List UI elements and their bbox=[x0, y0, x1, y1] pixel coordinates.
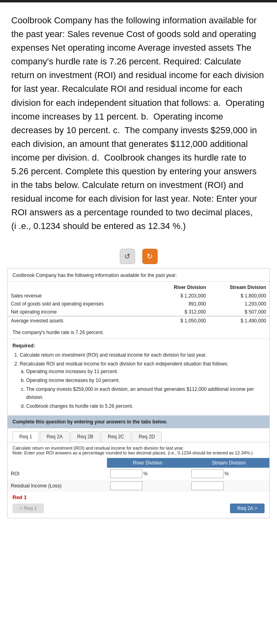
complete-bar-text: Complete this question by entering your … bbox=[12, 419, 167, 425]
table-row: Sales revenue $ 1,203,000 $ 1,800,000 bbox=[8, 292, 269, 300]
main-card: Coolbrook Company has the following info… bbox=[7, 268, 270, 519]
undo-button[interactable]: ↺ bbox=[120, 249, 135, 264]
red-label: Red 1 bbox=[8, 492, 269, 500]
req-sub-a: Operating income increases by 11 percent… bbox=[26, 368, 265, 376]
tab-req2d[interactable]: Req 2D bbox=[132, 431, 162, 442]
prev-button[interactable]: < Req 1 bbox=[12, 504, 44, 513]
tab-req2c[interactable]: Req 2C bbox=[101, 431, 131, 442]
input-row-roi-label: ROI bbox=[8, 468, 107, 480]
input-table: River Division Stream Division ROI % % bbox=[8, 458, 269, 492]
input-col-stream-header: Stream Division bbox=[188, 458, 269, 468]
tab-req2a-label: Req 2A bbox=[47, 434, 63, 440]
stream-residual-input-wrapper bbox=[191, 481, 266, 490]
input-col-river-header: River Division bbox=[107, 458, 188, 468]
row3-stream: $ 1,490,000 bbox=[209, 316, 269, 326]
stream-roi-unit: % bbox=[224, 471, 229, 477]
row1-stream: 1,293,000 bbox=[209, 300, 269, 308]
problem-text: Coolbrook Company has the following info… bbox=[0, 2, 277, 242]
row0-river: $ 1,203,000 bbox=[149, 292, 209, 300]
red-label-text: Red 1 bbox=[12, 494, 27, 500]
hurdle-rate-label: The company's hurdle rate is 7.26 percen… bbox=[12, 330, 104, 335]
hurdle-rate-text: The company's hurdle rate is 7.26 percen… bbox=[8, 326, 269, 339]
instruction-row: Calculate return on investment (ROI) and… bbox=[8, 442, 269, 458]
tab-req1[interactable]: Req 1 bbox=[12, 431, 39, 442]
table-row: Cost of goods sold and operating expense… bbox=[8, 300, 269, 308]
row2-label: Net operating income bbox=[8, 308, 149, 316]
prev-button-label: < Req 1 bbox=[20, 506, 37, 511]
next-button[interactable]: Req 2A > bbox=[230, 504, 265, 513]
col-stream-header: Stream Division bbox=[209, 282, 269, 292]
tab-req2a[interactable]: Req 2A bbox=[40, 431, 70, 442]
row1-label: Cost of goods sold and operating expense… bbox=[8, 300, 149, 308]
tab-req1-label: Req 1 bbox=[19, 434, 32, 440]
redo-button[interactable]: ↻ bbox=[142, 249, 158, 264]
river-roi-unit: % bbox=[143, 471, 148, 477]
req-item-1: Calculate return on investment (ROI) and… bbox=[20, 351, 265, 359]
row0-label: Sales revenue bbox=[8, 292, 149, 300]
bottom-nav: < Req 1 Req 2A > bbox=[8, 500, 269, 518]
input-cell-stream-residual bbox=[188, 480, 269, 492]
input-row-residual: Residual Income (Loss) bbox=[8, 480, 269, 492]
tab-req2b-label: Req 2B bbox=[77, 434, 93, 440]
undo-icon: ↺ bbox=[124, 252, 130, 261]
req-item-2: Recalculate ROI and residual income for … bbox=[20, 360, 265, 410]
river-residual-input-wrapper bbox=[110, 481, 185, 490]
card-header-text: Coolbrook Company has the following info… bbox=[12, 272, 177, 278]
row3-river: $ 1,050,000 bbox=[149, 316, 209, 326]
river-roi-input-wrapper: % bbox=[110, 469, 185, 478]
tab-req2b[interactable]: Req 2B bbox=[70, 431, 100, 442]
input-table-header: River Division Stream Division bbox=[8, 458, 269, 468]
complete-bar: Complete this question by entering your … bbox=[8, 415, 269, 428]
row2-stream: $ 507,000 bbox=[209, 308, 269, 316]
river-roi-input[interactable] bbox=[110, 469, 142, 478]
req-sub-c: The company invests $259,000 in each div… bbox=[26, 386, 265, 401]
table-row: Net operating income $ 312,000 $ 507,000 bbox=[8, 308, 269, 316]
icon-row: ↺ ↻ bbox=[0, 249, 277, 264]
required-title: Required: bbox=[12, 342, 265, 350]
redo-icon: ↻ bbox=[147, 252, 153, 261]
table-header-row: River Division Stream Division bbox=[8, 282, 269, 292]
req-sublist: Operating income increases by 11 percent… bbox=[20, 368, 265, 410]
input-row-roi: ROI % % bbox=[8, 468, 269, 480]
col-river-header: River Division bbox=[149, 282, 209, 292]
river-residual-input[interactable] bbox=[110, 481, 142, 490]
input-cell-river-residual bbox=[107, 480, 188, 492]
req-sub-d: Coolbrook changes its hurdle rate to 5.2… bbox=[26, 402, 265, 410]
col-label-header bbox=[8, 282, 149, 292]
row2-river: $ 312,000 bbox=[149, 308, 209, 316]
required-list: Calculate return on investment (ROI) and… bbox=[12, 351, 265, 410]
tabs-row: Req 1 Req 2A Req 2B Req 2C Req 2D bbox=[8, 428, 269, 442]
stream-roi-input[interactable] bbox=[191, 469, 224, 478]
input-col-label-header bbox=[8, 458, 107, 468]
input-cell-river-roi: % bbox=[107, 468, 188, 480]
input-cell-stream-roi: % bbox=[188, 468, 269, 480]
next-button-label: Req 2A > bbox=[237, 506, 257, 511]
input-row-residual-label: Residual Income (Loss) bbox=[8, 480, 107, 492]
card-header: Coolbrook Company has the following info… bbox=[8, 268, 269, 282]
tab-req2d-label: Req 2D bbox=[139, 434, 155, 440]
req-sub-b: Operating income decreases by 10 percent… bbox=[26, 377, 265, 384]
tab-req2c-label: Req 2C bbox=[108, 434, 124, 440]
stream-residual-input[interactable] bbox=[191, 481, 224, 490]
required-section: Required: Calculate return on investment… bbox=[8, 339, 269, 416]
row0-stream: $ 1,800,000 bbox=[209, 292, 269, 300]
row1-river: 891,000 bbox=[149, 300, 209, 308]
data-table: River Division Stream Division Sales rev… bbox=[8, 282, 269, 326]
problem-text-content: Coolbrook Company has the following info… bbox=[11, 15, 265, 231]
table-row: Average invested assets $ 1,050,000 $ 1,… bbox=[8, 316, 269, 326]
row3-label: Average invested assets bbox=[8, 316, 149, 326]
stream-roi-input-wrapper: % bbox=[191, 469, 266, 478]
